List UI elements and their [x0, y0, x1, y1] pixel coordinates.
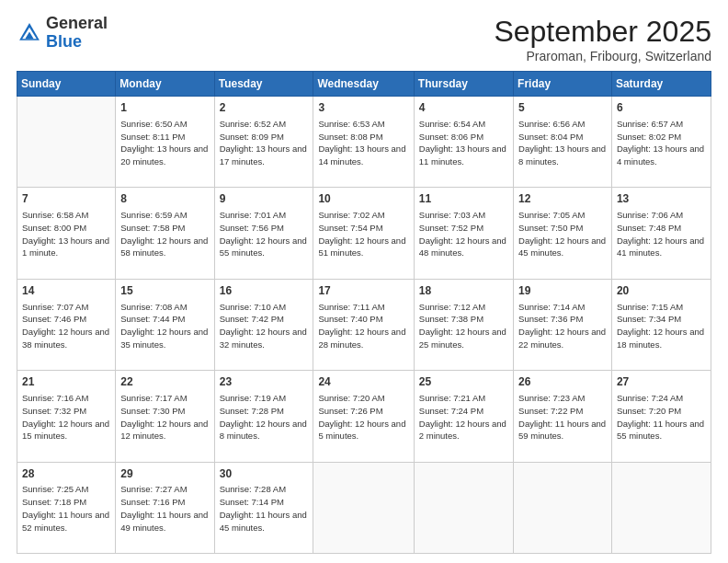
day-number: 27: [617, 374, 706, 390]
day-number: 7: [22, 191, 110, 207]
calendar-body: 1Sunrise: 6:50 AM Sunset: 8:11 PM Daylig…: [17, 97, 711, 554]
day-info: Sunrise: 6:53 AM Sunset: 8:08 PM Dayligh…: [318, 118, 408, 168]
day-number: 30: [220, 466, 309, 482]
logo-text: General Blue: [46, 15, 108, 52]
calendar-cell: 17Sunrise: 7:11 AM Sunset: 7:40 PM Dayli…: [313, 279, 414, 370]
calendar-header: SundayMondayTuesdayWednesdayThursdayFrid…: [17, 72, 711, 97]
day-info: Sunrise: 6:52 AM Sunset: 8:09 PM Dayligh…: [220, 118, 309, 168]
calendar-cell: 4Sunrise: 6:54 AM Sunset: 8:06 PM Daylig…: [414, 97, 513, 188]
day-number: 26: [518, 374, 607, 390]
day-info: Sunrise: 7:27 AM Sunset: 7:16 PM Dayligh…: [120, 483, 209, 534]
day-number: 15: [120, 283, 209, 299]
day-number: 4: [419, 100, 508, 116]
day-number: 11: [419, 191, 508, 207]
day-number: 2: [220, 100, 309, 116]
logo-icon: [17, 20, 42, 46]
day-number: 21: [22, 374, 110, 390]
day-info: Sunrise: 7:17 AM Sunset: 7:30 PM Dayligh…: [120, 392, 209, 442]
header: General Blue September 2025 Praroman, Fr…: [17, 15, 711, 63]
day-info: Sunrise: 6:57 AM Sunset: 8:02 PM Dayligh…: [617, 118, 706, 168]
calendar-week-1: 1Sunrise: 6:50 AM Sunset: 8:11 PM Daylig…: [17, 97, 711, 188]
day-number: 22: [120, 374, 209, 390]
day-number: 20: [617, 283, 706, 299]
calendar-cell: 3Sunrise: 6:53 AM Sunset: 8:08 PM Daylig…: [313, 97, 414, 188]
day-info: Sunrise: 7:21 AM Sunset: 7:24 PM Dayligh…: [419, 392, 508, 442]
calendar-cell: 6Sunrise: 6:57 AM Sunset: 8:02 PM Daylig…: [611, 97, 711, 188]
day-info: Sunrise: 7:10 AM Sunset: 7:42 PM Dayligh…: [220, 301, 309, 351]
day-number: 12: [518, 191, 607, 207]
day-number: 8: [120, 191, 209, 207]
weekday-header-thursday: Thursday: [414, 72, 513, 97]
day-number: 13: [617, 191, 706, 207]
day-info: Sunrise: 7:02 AM Sunset: 7:54 PM Dayligh…: [318, 209, 408, 259]
day-info: Sunrise: 7:05 AM Sunset: 7:50 PM Dayligh…: [518, 209, 607, 259]
calendar-week-2: 7Sunrise: 6:58 AM Sunset: 8:00 PM Daylig…: [17, 188, 711, 279]
day-number: 1: [120, 100, 209, 116]
day-number: 29: [120, 466, 209, 482]
day-info: Sunrise: 7:06 AM Sunset: 7:48 PM Dayligh…: [617, 209, 706, 259]
day-info: Sunrise: 7:07 AM Sunset: 7:46 PM Dayligh…: [22, 301, 110, 351]
calendar-cell: 20Sunrise: 7:15 AM Sunset: 7:34 PM Dayli…: [611, 279, 711, 370]
calendar-cell: 8Sunrise: 6:59 AM Sunset: 7:58 PM Daylig…: [116, 188, 214, 279]
day-info: Sunrise: 7:19 AM Sunset: 7:28 PM Dayligh…: [220, 392, 309, 442]
calendar-cell: [313, 462, 414, 553]
calendar-cell: 28Sunrise: 7:25 AM Sunset: 7:18 PM Dayli…: [17, 462, 116, 553]
calendar-cell: [514, 462, 612, 553]
day-info: Sunrise: 7:16 AM Sunset: 7:32 PM Dayligh…: [22, 392, 110, 442]
logo-blue-text: Blue: [46, 32, 82, 51]
day-info: Sunrise: 7:24 AM Sunset: 7:20 PM Dayligh…: [617, 392, 706, 442]
calendar-cell: 26Sunrise: 7:23 AM Sunset: 7:22 PM Dayli…: [514, 371, 612, 462]
day-number: 28: [22, 466, 110, 482]
day-info: Sunrise: 7:23 AM Sunset: 7:22 PM Dayligh…: [518, 392, 607, 442]
title-block: September 2025 Praroman, Fribourg, Switz…: [494, 15, 711, 63]
day-number: 9: [220, 191, 309, 207]
calendar-cell: 30Sunrise: 7:28 AM Sunset: 7:14 PM Dayli…: [214, 462, 313, 553]
weekday-header-friday: Friday: [514, 72, 612, 97]
day-info: Sunrise: 7:08 AM Sunset: 7:44 PM Dayligh…: [120, 301, 209, 351]
calendar-cell: 5Sunrise: 6:56 AM Sunset: 8:04 PM Daylig…: [514, 97, 612, 188]
calendar-cell: 12Sunrise: 7:05 AM Sunset: 7:50 PM Dayli…: [514, 188, 612, 279]
calendar-cell: 25Sunrise: 7:21 AM Sunset: 7:24 PM Dayli…: [414, 371, 513, 462]
day-number: 17: [318, 283, 408, 299]
day-number: 6: [617, 100, 706, 116]
day-number: 14: [22, 283, 110, 299]
weekday-header-row: SundayMondayTuesdayWednesdayThursdayFrid…: [17, 72, 711, 97]
calendar-cell: 29Sunrise: 7:27 AM Sunset: 7:16 PM Dayli…: [116, 462, 214, 553]
day-info: Sunrise: 6:58 AM Sunset: 8:00 PM Dayligh…: [22, 209, 110, 259]
calendar-cell: 1Sunrise: 6:50 AM Sunset: 8:11 PM Daylig…: [116, 97, 214, 188]
calendar-cell: 27Sunrise: 7:24 AM Sunset: 7:20 PM Dayli…: [611, 371, 711, 462]
day-number: 19: [518, 283, 607, 299]
day-number: 10: [318, 191, 408, 207]
day-number: 25: [419, 374, 508, 390]
calendar-cell: 14Sunrise: 7:07 AM Sunset: 7:46 PM Dayli…: [17, 279, 116, 370]
page: General Blue September 2025 Praroman, Fr…: [0, 0, 728, 563]
calendar-cell: 13Sunrise: 7:06 AM Sunset: 7:48 PM Dayli…: [611, 188, 711, 279]
calendar-cell: 16Sunrise: 7:10 AM Sunset: 7:42 PM Dayli…: [214, 279, 313, 370]
day-info: Sunrise: 6:56 AM Sunset: 8:04 PM Dayligh…: [518, 118, 607, 168]
day-info: Sunrise: 7:12 AM Sunset: 7:38 PM Dayligh…: [419, 301, 508, 351]
weekday-header-sunday: Sunday: [17, 72, 116, 97]
calendar-cell: 9Sunrise: 7:01 AM Sunset: 7:56 PM Daylig…: [214, 188, 313, 279]
calendar-cell: 11Sunrise: 7:03 AM Sunset: 7:52 PM Dayli…: [414, 188, 513, 279]
day-number: 3: [318, 100, 408, 116]
weekday-header-monday: Monday: [116, 72, 214, 97]
day-info: Sunrise: 7:11 AM Sunset: 7:40 PM Dayligh…: [318, 301, 408, 351]
day-number: 18: [419, 283, 508, 299]
day-number: 16: [220, 283, 309, 299]
calendar-cell: 21Sunrise: 7:16 AM Sunset: 7:32 PM Dayli…: [17, 371, 116, 462]
month-title: September 2025: [494, 15, 711, 49]
day-info: Sunrise: 7:25 AM Sunset: 7:18 PM Dayligh…: [22, 483, 110, 534]
logo-general-text: General: [46, 14, 108, 32]
calendar-cell: 2Sunrise: 6:52 AM Sunset: 8:09 PM Daylig…: [214, 97, 313, 188]
calendar-cell: [414, 462, 513, 553]
day-number: 23: [220, 374, 309, 390]
calendar-cell: [17, 97, 116, 188]
location: Praroman, Fribourg, Switzerland: [494, 49, 711, 63]
calendar-cell: 22Sunrise: 7:17 AM Sunset: 7:30 PM Dayli…: [116, 371, 214, 462]
day-info: Sunrise: 7:15 AM Sunset: 7:34 PM Dayligh…: [617, 301, 706, 351]
calendar-cell: 18Sunrise: 7:12 AM Sunset: 7:38 PM Dayli…: [414, 279, 513, 370]
day-info: Sunrise: 7:20 AM Sunset: 7:26 PM Dayligh…: [318, 392, 408, 442]
calendar-cell: 19Sunrise: 7:14 AM Sunset: 7:36 PM Dayli…: [514, 279, 612, 370]
calendar-week-5: 28Sunrise: 7:25 AM Sunset: 7:18 PM Dayli…: [17, 462, 711, 553]
calendar-cell: 23Sunrise: 7:19 AM Sunset: 7:28 PM Dayli…: [214, 371, 313, 462]
